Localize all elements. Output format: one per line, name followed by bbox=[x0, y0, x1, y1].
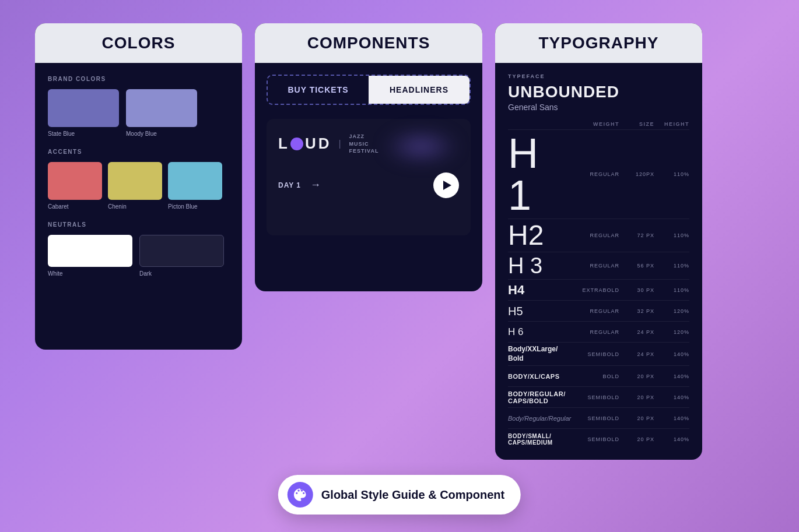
chenin-label: Chenin bbox=[108, 203, 162, 210]
swatch-dark: Dark bbox=[139, 235, 224, 277]
h4-sample: H4 bbox=[508, 284, 573, 297]
white-swatch bbox=[48, 235, 132, 267]
typo-row-h6: H 6 REGULAR 24 PX 120% bbox=[508, 321, 689, 342]
body-small-height: 140% bbox=[654, 436, 689, 442]
festival-block: L U D | JAZZ MUSIC FESTIVAL DAY 1 → bbox=[267, 119, 471, 235]
palette-icon-container bbox=[288, 482, 313, 508]
headliners-button[interactable]: HEADLINERS bbox=[369, 76, 469, 104]
typo-row-body-small: BODY/SMALL/CAPS/MEDIUM SEMIBOLD 20 PX 14… bbox=[508, 428, 689, 449]
typo-row-body-xxl: Body/XXLarge/Bold SEMIBOLD 24 PX 140% bbox=[508, 342, 689, 365]
accents-label: ACCENTS bbox=[48, 149, 229, 155]
typography-card-header: TYPOGRAPHY bbox=[495, 23, 702, 63]
h5-weight: REGULAR bbox=[573, 308, 619, 314]
h4-size: 30 PX bbox=[619, 287, 654, 293]
h2-size: 72 PX bbox=[619, 232, 654, 238]
blur-decoration bbox=[383, 131, 459, 163]
neutrals-label: NEUTRALS bbox=[48, 221, 229, 228]
typeface-secondary: General Sans bbox=[508, 103, 689, 112]
colors-title: COLORS bbox=[49, 34, 228, 52]
play-button[interactable] bbox=[433, 172, 459, 198]
logo-circle bbox=[290, 138, 303, 150]
moody-blue-label: Moody Blue bbox=[126, 131, 197, 137]
body-xxl-size: 24 PX bbox=[619, 351, 654, 357]
body-small-weight: SEMIBOLD bbox=[573, 436, 619, 442]
body-reg-height: 140% bbox=[654, 415, 689, 421]
body-xxl-weight: SEMIBOLD bbox=[573, 351, 619, 357]
typo-row-h1: H 1 REGULAR 120PX 110% bbox=[508, 129, 689, 219]
h6-weight: REGULAR bbox=[573, 329, 619, 335]
main-container: COLORS BRAND COLORS State Blue Moody Blu… bbox=[0, 0, 799, 532]
body-xxl-sample: Body/XXLarge/Bold bbox=[508, 345, 573, 363]
dark-swatch bbox=[139, 235, 224, 267]
h3-size: 56 PX bbox=[619, 263, 654, 269]
h5-height: 120% bbox=[654, 308, 689, 314]
body-reg-caps-size: 20 PX bbox=[619, 394, 654, 400]
moody-blue-swatch bbox=[126, 89, 197, 127]
body-reg-weight: SEMIBOLD bbox=[573, 415, 619, 421]
h2-height: 110% bbox=[654, 232, 689, 238]
white-label: White bbox=[48, 270, 132, 277]
state-blue-swatch bbox=[48, 89, 119, 127]
body-xxl-height: 140% bbox=[654, 351, 689, 357]
festival-sub2: MUSIC bbox=[349, 140, 379, 148]
bottom-label: Global Style Guide & Component bbox=[278, 475, 521, 515]
h1-height: 110% bbox=[654, 171, 689, 177]
typo-table-header: WEIGHT SIZE HEIGHT bbox=[508, 121, 689, 127]
body-small-sample: BODY/SMALL/CAPS/MEDIUM bbox=[508, 433, 573, 446]
components-title: COMPONENTS bbox=[269, 34, 468, 52]
logo-u: U bbox=[305, 135, 317, 153]
typography-content: TYPEFACE UNBOUNDED General Sans WEIGHT S… bbox=[495, 63, 702, 460]
neutral-swatches: White Dark bbox=[48, 235, 229, 277]
brand-label: BRAND COLORS bbox=[48, 76, 229, 82]
body-reg-sample: Body/Regular/Regular bbox=[508, 415, 573, 422]
dark-label: Dark bbox=[139, 270, 224, 277]
h1-weight: REGULAR bbox=[573, 171, 619, 177]
body-xl-sample: BODY/XL/CAPS bbox=[508, 373, 573, 380]
h3-weight: REGULAR bbox=[573, 263, 619, 269]
brand-swatches: State Blue Moody Blue bbox=[48, 89, 229, 137]
cabaret-label: Cabaret bbox=[48, 203, 102, 210]
body-xl-size: 20 PX bbox=[619, 374, 654, 379]
body-xl-height: 140% bbox=[654, 374, 689, 379]
button-row: BUY TICKETS HEADLINERS bbox=[267, 75, 471, 105]
swatch-chenin: Chenin bbox=[108, 162, 162, 210]
typography-card: TYPOGRAPHY TYPEFACE UNBOUNDED General Sa… bbox=[495, 23, 702, 460]
picton-blue-swatch bbox=[168, 162, 222, 200]
typo-row-body-xl: BODY/XL/CAPS BOLD 20 PX 140% bbox=[508, 365, 689, 386]
buy-tickets-button[interactable]: BUY TICKETS bbox=[268, 76, 369, 104]
body-reg-caps-weight: SEMIBOLD bbox=[573, 394, 619, 400]
body-reg-caps-sample: BODY/REGULAR/CAPS/BOLD bbox=[508, 390, 573, 404]
picton-blue-label: Picton Blue bbox=[168, 203, 222, 210]
bottom-label-text: Global Style Guide & Component bbox=[321, 488, 504, 502]
logo-pipe: | bbox=[338, 139, 341, 149]
components-content: BUY TICKETS HEADLINERS L U D | JAZZ bbox=[255, 63, 482, 247]
typo-row-body-reg: Body/Regular/Regular SEMIBOLD 20 PX 140% bbox=[508, 407, 689, 428]
typo-row-h3: H 3 REGULAR 56 PX 110% bbox=[508, 252, 689, 279]
swatch-white: White bbox=[48, 235, 132, 277]
logo-l: L bbox=[278, 135, 289, 153]
h3-height: 110% bbox=[654, 263, 689, 269]
arrow-icon: → bbox=[310, 179, 321, 191]
typeface-main: UNBOUNDED bbox=[508, 83, 689, 101]
logo-d: D bbox=[318, 135, 331, 153]
colors-content: BRAND COLORS State Blue Moody Blue ACCEN… bbox=[35, 63, 242, 301]
h1-size: 120PX bbox=[619, 171, 654, 177]
accents-section: ACCENTS Cabaret Chenin Picton Blue bbox=[48, 149, 229, 210]
body-small-size: 20 PX bbox=[619, 436, 654, 442]
h4-weight: EXTRABOLD bbox=[573, 287, 619, 293]
cabaret-swatch bbox=[48, 162, 102, 200]
brand-colors-section: BRAND COLORS State Blue Moody Blue bbox=[48, 76, 229, 137]
components-card-header: COMPONENTS bbox=[255, 23, 482, 63]
festival-logo: L U D bbox=[278, 135, 330, 153]
h5-size: 32 PX bbox=[619, 308, 654, 314]
accent-swatches: Cabaret Chenin Picton Blue bbox=[48, 162, 229, 210]
festival-sub1: JAZZ bbox=[349, 133, 379, 140]
palette-icon bbox=[293, 487, 308, 502]
typo-row-body-reg-caps: BODY/REGULAR/CAPS/BOLD SEMIBOLD 20 PX 14… bbox=[508, 386, 689, 407]
h4-height: 110% bbox=[654, 287, 689, 293]
col-weight: WEIGHT bbox=[573, 121, 619, 127]
typo-row-h4: H4 EXTRABOLD 30 PX 110% bbox=[508, 279, 689, 300]
festival-sub3: FESTIVAL bbox=[349, 147, 379, 155]
swatch-cabaret: Cabaret bbox=[48, 162, 102, 210]
state-blue-label: State Blue bbox=[48, 131, 119, 137]
